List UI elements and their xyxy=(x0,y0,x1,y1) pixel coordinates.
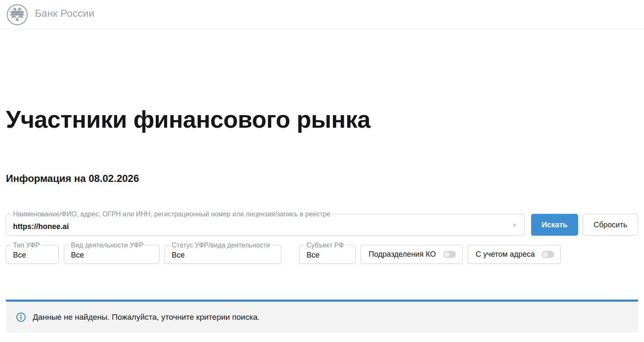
toggle-knob xyxy=(542,251,548,258)
bank-of-russia-logo[interactable]: Банк России xyxy=(6,3,94,26)
clear-icon[interactable]: × xyxy=(513,222,516,228)
toggle-switch-icon[interactable] xyxy=(542,251,554,258)
info-date: Информация на 08.02.2026 xyxy=(6,173,638,184)
filter-region-label: Субъект РФ xyxy=(305,241,346,250)
filter-status[interactable]: Статус УФР/вида деятельности Все xyxy=(165,245,281,264)
bank-eagle-icon xyxy=(6,3,29,26)
search-button[interactable]: Искать xyxy=(531,214,578,236)
main-content: Участники финансового рынка Информация н… xyxy=(0,106,644,332)
no-data-alert: Данные не найдены. Пожалуйста, уточните … xyxy=(6,302,638,332)
search-field: Наименование/ФИО, адрес, ОГРН или ИНН, р… xyxy=(6,214,524,236)
filter-ufr-type[interactable]: Тип УФР Все xyxy=(6,245,59,264)
site-header: Банк России xyxy=(0,0,644,29)
search-row: Наименование/ФИО, адрес, ОГРН или ИНН, р… xyxy=(6,214,638,236)
toggle-switch-icon[interactable] xyxy=(443,251,456,258)
page-title: Участники финансового рынка xyxy=(6,106,638,132)
brand-name: Банк России xyxy=(35,8,94,19)
toggle-ko-divisions[interactable]: Подразделения КО xyxy=(361,245,463,264)
filter-ufr-type-label: Тип УФР xyxy=(11,241,42,250)
filter-region[interactable]: Субъект РФ Все xyxy=(299,245,356,264)
toggle-ko-divisions-label: Подразделения КО xyxy=(369,250,436,259)
filter-status-label: Статус УФР/вида деятельности xyxy=(170,241,272,250)
info-icon xyxy=(16,312,26,322)
reset-button[interactable]: Сбросить xyxy=(583,214,638,236)
toggle-with-address[interactable]: С учетом адреса xyxy=(468,245,561,264)
toggle-with-address-label: С учетом адреса xyxy=(476,250,535,259)
filter-activity-kind[interactable]: Вид деятельности УФР Все xyxy=(64,245,160,264)
filters-row: Тип УФР Все Вид деятельности УФР Все Ста… xyxy=(6,245,638,264)
toggle-knob xyxy=(444,251,450,258)
no-data-message: Данные не найдены. Пожалуйста, уточните … xyxy=(33,313,260,322)
search-field-label: Наименование/ФИО, адрес, ОГРН или ИНН, р… xyxy=(11,210,332,218)
filter-activity-kind-label: Вид деятельности УФР xyxy=(69,241,145,250)
results-section: Данные не найдены. Пожалуйста, уточните … xyxy=(6,300,638,332)
